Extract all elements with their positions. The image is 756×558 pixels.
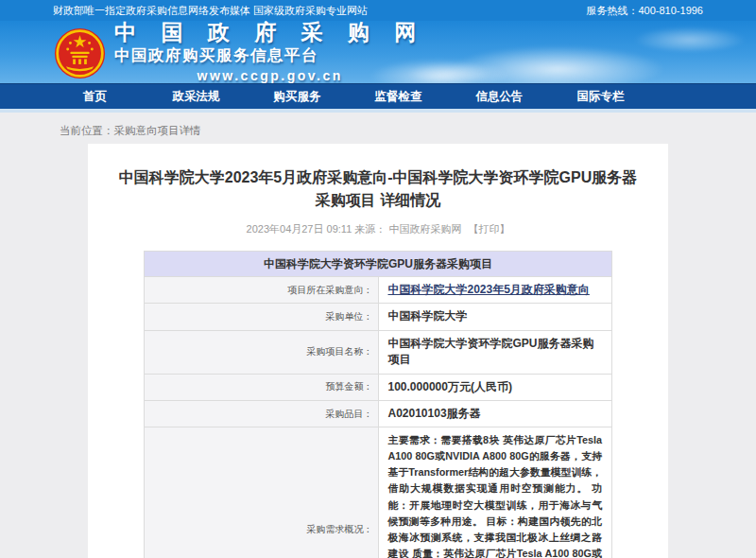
site-name: 中 国 政 府 采 购 网	[114, 21, 425, 44]
content-card: 中国科学院大学2023年5月政府采购意向-中国科学院大学资环学院GPU服务器采购…	[88, 144, 668, 558]
detail-table: 中国科学院大学资环学院GPU服务器采购项目 项目所在采购意向： 中国科学院大学2…	[144, 251, 612, 558]
table-row-category: 采购品目： A02010103服务器	[145, 400, 612, 427]
table-row-intent: 项目所在采购意向： 中国科学院大学2023年5月政府采购意向	[145, 277, 612, 304]
site-header-banner: 中 国 政 府 采 购 网 中国政府购买服务信息平台 www.ccgp.gov.…	[0, 21, 756, 83]
row-label: 采购需求概况：	[145, 427, 379, 558]
national-emblem-logo	[54, 27, 106, 79]
nav-item-regulations[interactable]: 政采法规	[146, 84, 247, 109]
source-text: 来源： 中国政府采购网	[354, 223, 461, 235]
main-navigation: 首页 政采法规 购买服务 监督检查 信息公告 国际专栏	[0, 83, 756, 109]
nav-item-international[interactable]: 国际专栏	[550, 84, 651, 109]
top-utility-bar: 财政部唯一指定政府采购信息网络发布媒体 国家级政府采购专业网站 服务热线：400…	[0, 0, 756, 21]
article-meta: 2023年04月27日 09:11 来源： 中国政府采购网 【打印】	[88, 222, 668, 236]
row-value: 中国科学院大学资环学院GPU服务器采购项目	[378, 330, 612, 374]
row-value: 主要需求：需要搭载8块 英伟达原厂芯片Tesla A100 80G或NVIDIA…	[378, 427, 612, 558]
site-subtitle: 中国政府购买服务信息平台	[114, 45, 425, 66]
site-url: www.ccgp.gov.cn	[114, 68, 425, 83]
row-value: 100.000000万元(人民币)	[378, 374, 612, 400]
print-button[interactable]: 【打印】	[468, 223, 509, 235]
row-label: 预算金额：	[145, 374, 379, 400]
publish-date: 2023年04月27日 09:11	[247, 223, 352, 235]
nav-item-purchase-services[interactable]: 购买服务	[247, 84, 348, 109]
procurement-intent-link[interactable]: 中国科学院大学2023年5月政府采购意向	[388, 283, 590, 296]
row-label: 项目所在采购意向：	[145, 277, 379, 304]
media-designation-text: 财政部唯一指定政府采购信息网络发布媒体 国家级政府采购专业网站	[53, 4, 368, 18]
row-label: 采购品目：	[145, 400, 379, 427]
row-label: 采购单位：	[145, 304, 379, 330]
row-value: 中国科学院大学	[378, 304, 612, 330]
row-label: 采购项目名称：	[145, 330, 379, 374]
table-row-budget: 预算金额： 100.000000万元(人民币)	[145, 374, 612, 400]
table-row-requirements: 采购需求概况： 主要需求：需要搭载8块 英伟达原厂芯片Tesla A100 80…	[145, 427, 612, 558]
row-value: A02010103服务器	[378, 400, 612, 427]
breadcrumb: 当前位置：采购意向项目详情	[0, 113, 756, 144]
service-hotline-text: 服务热线：400-810-1996	[586, 4, 703, 18]
nav-item-announcements[interactable]: 信息公告	[449, 84, 550, 109]
table-row-purchaser: 采购单位： 中国科学院大学	[145, 304, 612, 330]
nav-item-supervision[interactable]: 监督检查	[348, 84, 449, 109]
page-title: 中国科学院大学2023年5月政府采购意向-中国科学院大学资环学院GPU服务器采购…	[88, 144, 668, 212]
nav-item-home[interactable]: 首页	[44, 84, 146, 109]
table-title: 中国科学院大学资环学院GPU服务器采购项目	[145, 252, 612, 277]
table-row-project-name: 采购项目名称： 中国科学院大学资环学院GPU服务器采购项目	[145, 330, 612, 374]
